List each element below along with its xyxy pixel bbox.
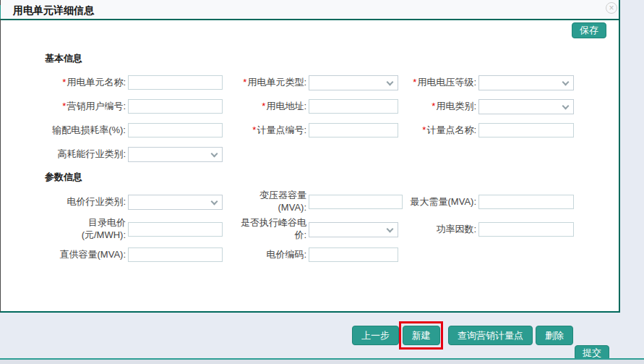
max-demand-input[interactable] bbox=[478, 195, 574, 209]
required-marker: * bbox=[422, 124, 426, 135]
max-demand-label: 最大需量(MVA): bbox=[399, 196, 478, 208]
label-text: 直供容量(MVA): bbox=[60, 249, 126, 260]
address-input[interactable] bbox=[309, 99, 398, 114]
field-meter-point-name: *计量点名称: bbox=[399, 122, 574, 138]
peak-valley-price-label: 是否执行峰谷电价: bbox=[239, 217, 309, 242]
field-price-industry: 电价行业类别: bbox=[30, 190, 223, 214]
dialog-title: 用电单元详细信息 bbox=[13, 4, 94, 17]
category-label: *用电类别: bbox=[399, 101, 478, 113]
loss-rate-label: 输配电损耗率(%): bbox=[30, 124, 128, 137]
high-energy-industry-label: 高耗能行业类别: bbox=[30, 148, 128, 161]
previous-step-button[interactable]: 上一步 bbox=[352, 326, 399, 345]
field-address: *用电地址: bbox=[229, 98, 398, 114]
high-energy-industry-select[interactable] bbox=[128, 147, 223, 162]
field-transformer-capacity: 变压器容量(MVA): bbox=[242, 190, 403, 214]
label-text: 是否执行峰谷电价: bbox=[241, 217, 306, 240]
peak-valley-price-select[interactable] bbox=[309, 222, 398, 237]
unit-name-input[interactable] bbox=[128, 75, 223, 90]
chevron-down-icon bbox=[562, 102, 570, 109]
label-text: 计量点名称: bbox=[426, 124, 476, 135]
field-power-factor: 功率因数: bbox=[399, 217, 574, 242]
save-button[interactable]: 保存 bbox=[572, 22, 606, 38]
label-text: 用电电压等级: bbox=[417, 77, 476, 88]
label-text: 用电类别: bbox=[436, 101, 476, 111]
label-text: 输配电损耗率(%): bbox=[52, 124, 126, 135]
field-voltage-level: *用电电压等级: bbox=[399, 75, 574, 90]
label-text: 最大需量(MVA): bbox=[411, 196, 476, 207]
transformer-capacity-label: 变压器容量(MVA): bbox=[242, 190, 309, 214]
catalog-price-input[interactable] bbox=[128, 222, 223, 237]
marketing-user-no-input[interactable] bbox=[128, 99, 223, 114]
delete-button[interactable]: 删除 bbox=[536, 326, 573, 345]
field-price-code: 电价编码: bbox=[229, 247, 398, 263]
unit-type-label: *用电单元类型: bbox=[229, 77, 309, 89]
direct-supply-capacity-label: 直供容量(MVA): bbox=[30, 249, 128, 261]
meter-point-no-input[interactable] bbox=[309, 123, 398, 137]
transformer-capacity-input[interactable] bbox=[309, 195, 403, 209]
screen: 用电单元详细信息 × 保存 基本信息 *用电单元名称: *用电单元类型: *用电… bbox=[0, 0, 644, 364]
label-text: 目录电价(元/MWH): bbox=[82, 217, 126, 240]
price-code-label: 电价编码: bbox=[229, 249, 309, 261]
new-button[interactable]: 新建 bbox=[403, 326, 440, 345]
query-metering-point-button[interactable]: 查询营销计量点 bbox=[448, 326, 533, 345]
param-section-title: 参数信息 bbox=[45, 171, 82, 184]
close-icon[interactable]: × bbox=[606, 2, 617, 14]
window-bottom-edge bbox=[0, 358, 644, 364]
required-marker: * bbox=[62, 101, 66, 111]
label-text: 电价编码: bbox=[266, 249, 306, 260]
required-marker: * bbox=[243, 77, 246, 88]
basic-section-title: 基本信息 bbox=[45, 52, 82, 65]
field-catalog-price: 目录电价(元/MWH): bbox=[69, 217, 223, 242]
field-category: *用电类别: bbox=[399, 98, 574, 114]
chevron-down-icon bbox=[562, 78, 570, 85]
required-marker: * bbox=[252, 124, 256, 135]
price-industry-label: 电价行业类别: bbox=[30, 196, 128, 208]
label-text: 用电地址: bbox=[266, 101, 306, 111]
chevron-down-icon bbox=[211, 198, 218, 205]
label-text: 变压器容量(MVA): bbox=[259, 190, 306, 213]
power-factor-input[interactable] bbox=[478, 222, 574, 237]
label-text: 高耗能行业类别: bbox=[57, 148, 126, 159]
label-text: 营销用户编号: bbox=[66, 101, 126, 111]
meter-point-name-input[interactable] bbox=[478, 123, 574, 137]
unit-name-label: *用电单元名称: bbox=[30, 77, 128, 89]
direct-supply-capacity-input[interactable] bbox=[128, 247, 223, 262]
meter-point-no-label: *计量点编号: bbox=[229, 124, 309, 137]
meter-point-name-label: *计量点名称: bbox=[399, 124, 478, 137]
address-label: *用电地址: bbox=[229, 101, 309, 113]
price-industry-select[interactable] bbox=[128, 195, 223, 210]
power-factor-label: 功率因数: bbox=[399, 224, 478, 236]
label-text: 电价行业类别: bbox=[66, 196, 126, 207]
marketing-user-no-label: *营销用户编号: bbox=[30, 101, 128, 113]
label-text: 功率因数: bbox=[436, 224, 476, 234]
voltage-level-select[interactable] bbox=[478, 75, 574, 90]
chevron-down-icon bbox=[387, 78, 394, 85]
loss-rate-input[interactable] bbox=[128, 123, 223, 137]
label-text: 计量点编号: bbox=[257, 124, 306, 135]
label-text: 用电单元类型: bbox=[247, 77, 306, 88]
field-meter-point-no: *计量点编号: bbox=[229, 122, 398, 138]
field-unit-type: *用电单元类型: bbox=[229, 75, 398, 90]
field-max-demand: 最大需量(MVA): bbox=[399, 190, 574, 214]
price-code-input[interactable] bbox=[309, 247, 398, 262]
voltage-level-label: *用电电压等级: bbox=[399, 77, 478, 89]
required-marker: * bbox=[262, 101, 265, 111]
field-high-energy-industry: 高耗能行业类别: bbox=[30, 146, 223, 162]
required-marker: * bbox=[62, 77, 66, 88]
field-unit-name: *用电单元名称: bbox=[30, 75, 223, 90]
field-peak-valley-price: 是否执行峰谷电价: bbox=[239, 217, 398, 242]
field-marketing-user-no: *营销用户编号: bbox=[30, 98, 223, 114]
catalog-price-label: 目录电价(元/MWH): bbox=[69, 217, 128, 242]
chevron-down-icon bbox=[387, 225, 394, 232]
required-marker: * bbox=[432, 101, 435, 111]
label-text: 用电单元名称: bbox=[66, 77, 126, 88]
chevron-down-icon bbox=[211, 150, 218, 157]
field-direct-supply-capacity: 直供容量(MVA): bbox=[30, 247, 223, 263]
category-select[interactable] bbox=[478, 99, 574, 114]
highlight-box: 新建 bbox=[399, 321, 443, 350]
unit-type-select[interactable] bbox=[309, 75, 398, 90]
field-loss-rate: 输配电损耗率(%): bbox=[30, 122, 223, 138]
required-marker: * bbox=[413, 77, 416, 88]
